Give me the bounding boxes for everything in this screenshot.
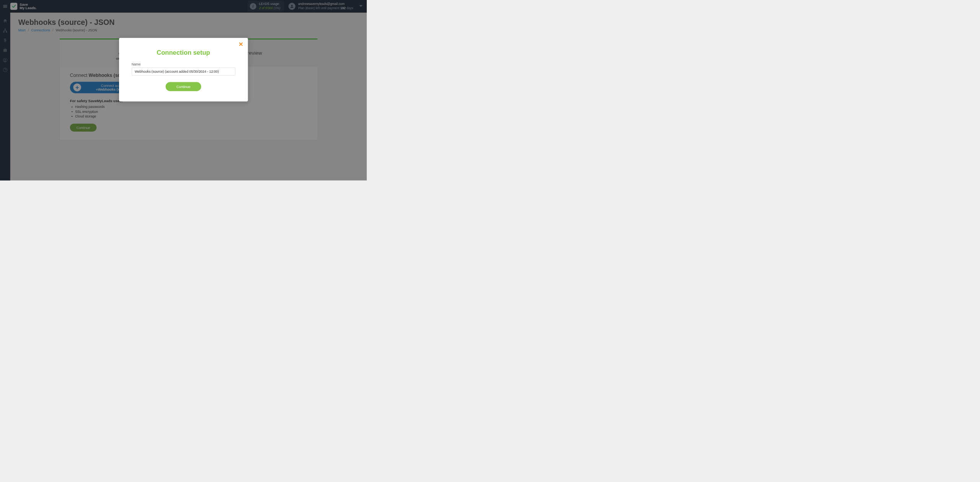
modal-title: Connection setup: [132, 49, 235, 56]
modal-continue-button[interactable]: Continue: [166, 82, 201, 91]
modal-name-label: Name: [132, 62, 235, 66]
close-icon: ✕: [238, 41, 243, 47]
modal-close-button[interactable]: ✕: [238, 42, 243, 47]
modal-name-input[interactable]: [132, 68, 235, 76]
connection-setup-modal: ✕ Connection setup Name Continue: [119, 38, 248, 101]
modal-overlay[interactable]: ✕ Connection setup Name Continue: [0, 0, 367, 181]
